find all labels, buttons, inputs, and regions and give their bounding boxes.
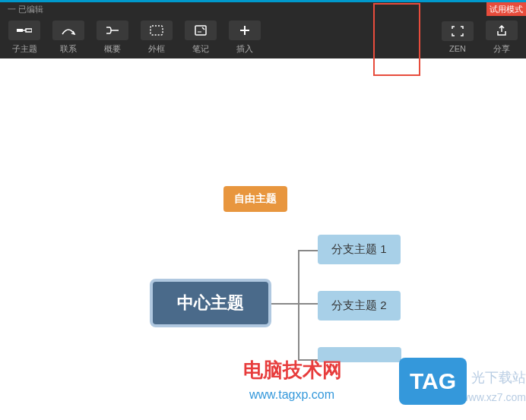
svg-rect-1 — [26, 29, 32, 32]
plus-icon — [229, 21, 261, 40]
share-label: 分享 — [493, 43, 510, 55]
svg-rect-0 — [17, 29, 23, 32]
connector-branch2 — [298, 303, 318, 305]
note-icon — [185, 21, 217, 40]
boundary-label: 外框 — [148, 43, 165, 55]
title-bar: 一 已编辑 试用模式 — [0, 2, 526, 16]
insert-button[interactable]: 插入 — [223, 17, 266, 57]
relation-button[interactable]: 联系 — [47, 17, 90, 57]
insert-label: 插入 — [236, 43, 253, 55]
svg-rect-7 — [195, 26, 206, 35]
svg-rect-6 — [151, 26, 163, 35]
watermark-text-1: 电脑技术网 — [243, 357, 342, 384]
note-label: 笔记 — [192, 43, 209, 55]
zen-button[interactable]: ZEN — [436, 17, 479, 57]
free-topic-node[interactable]: 自由主题 — [223, 186, 287, 212]
branch-topic-2[interactable]: 分支主题 2 — [318, 291, 401, 321]
edit-status: 一 已编辑 — [8, 4, 43, 15]
connector-main — [271, 303, 299, 305]
watermark-url-1: www.tagxp.com — [249, 388, 334, 402]
central-topic-node[interactable]: 中心主题 — [150, 279, 271, 327]
share-icon — [486, 21, 518, 40]
fullscreen-icon — [442, 21, 474, 41]
toolbar: 子主题 联系 概要 外框 笔记 插入 ZEN — [0, 16, 526, 58]
summary-button[interactable]: 概要 — [91, 17, 134, 57]
relation-label: 联系 — [60, 43, 77, 55]
subtopic-label: 子主题 — [12, 43, 37, 55]
relation-icon — [52, 21, 84, 40]
connector-vertical — [298, 250, 299, 359]
watermark-text-2: 光下载站 — [471, 368, 526, 387]
zen-label: ZEN — [449, 44, 466, 53]
subtopic-icon — [8, 21, 40, 40]
boundary-button[interactable]: 外框 — [135, 17, 178, 57]
summary-label: 概要 — [104, 43, 121, 55]
connector-branch1 — [298, 250, 318, 251]
branch-topic-1[interactable]: 分支主题 1 — [318, 235, 401, 264]
tag-badge: TAG — [399, 358, 467, 405]
share-button[interactable]: 分享 — [480, 17, 523, 57]
watermark-url-2: www.xz7.com — [461, 391, 526, 403]
summary-icon — [97, 21, 128, 40]
mindmap-canvas[interactable]: 自由主题 中心主题 分支主题 1 分支主题 2 电脑技术网 www.tagxp.… — [0, 58, 526, 420]
note-button[interactable]: 笔记 — [179, 17, 222, 57]
boundary-icon — [141, 21, 173, 40]
subtopic-button[interactable]: 子主题 — [3, 17, 46, 57]
trial-mode-badge: 试用模式 — [486, 2, 526, 16]
